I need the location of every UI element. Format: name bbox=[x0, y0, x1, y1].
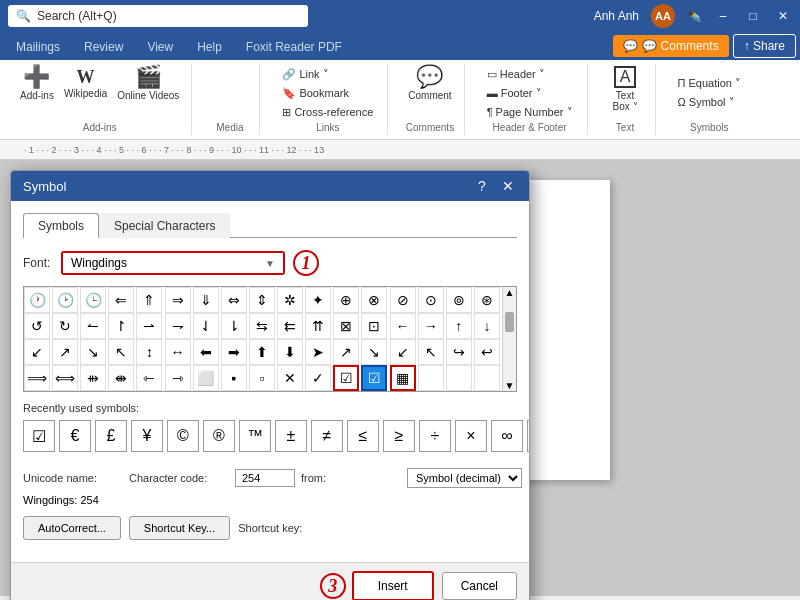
wikipedia-button[interactable]: W Wikipedia bbox=[60, 66, 111, 101]
symbol-cell[interactable]: ↓ bbox=[474, 313, 500, 339]
symbol-cell[interactable]: ⇻ bbox=[80, 365, 106, 391]
symbol-cell[interactable]: ↪ bbox=[446, 339, 472, 365]
symbol-cell[interactable]: ⊘ bbox=[390, 287, 416, 313]
symbol-cell[interactable]: ▫ bbox=[249, 365, 275, 391]
symbol-cell[interactable]: ⬆ bbox=[249, 339, 275, 365]
symbol-cell[interactable]: ⇓ bbox=[193, 287, 219, 313]
symbol-cell[interactable]: ⇂ bbox=[221, 313, 247, 339]
recent-symbol[interactable]: ☑ bbox=[23, 420, 55, 452]
symbol-cell-selected[interactable]: ☑ bbox=[361, 365, 387, 391]
from-select[interactable]: Symbol (decimal) bbox=[407, 468, 522, 488]
symbol-cell[interactable]: ⬅ bbox=[193, 339, 219, 365]
maximize-button[interactable]: □ bbox=[744, 7, 762, 25]
comment-button[interactable]: 💬 Comment bbox=[404, 64, 455, 103]
online-videos-button[interactable]: 🎬 Online Videos bbox=[113, 64, 183, 103]
symbol-cell[interactable]: ↙ bbox=[390, 339, 416, 365]
comments-button[interactable]: 💬 💬 Comments bbox=[613, 35, 728, 57]
symbol-cell[interactable]: ⬜ bbox=[193, 365, 219, 391]
symbol-cell[interactable]: ⊗ bbox=[361, 287, 387, 313]
add-ins-button[interactable]: ➕ Add-ins bbox=[16, 64, 58, 103]
symbol-cell[interactable]: ↔ bbox=[165, 339, 191, 365]
autocorrect-button[interactable]: AutoCorrect... bbox=[23, 516, 121, 540]
symbol-cell[interactable]: ⇔ bbox=[221, 287, 247, 313]
symbol-cell[interactable]: 🕒 bbox=[80, 287, 106, 313]
search-bar[interactable]: 🔍 Search (Alt+Q) bbox=[8, 5, 308, 27]
recent-symbol[interactable]: ® bbox=[203, 420, 235, 452]
symbol-cell[interactable]: ⟹ bbox=[24, 365, 50, 391]
equation-button[interactable]: Π Equation ˅ bbox=[672, 75, 747, 92]
symbol-cell[interactable] bbox=[446, 365, 472, 391]
symbol-cell-checked-box[interactable]: ☑ bbox=[333, 365, 359, 391]
tab-view[interactable]: View bbox=[135, 32, 185, 60]
recent-symbol[interactable]: ↵ bbox=[527, 420, 530, 452]
symbol-cell[interactable]: ↼ bbox=[80, 313, 106, 339]
bookmark-button[interactable]: 🔖 Bookmark bbox=[276, 85, 379, 102]
symbol-cell[interactable]: ↖ bbox=[418, 339, 444, 365]
recent-symbol[interactable]: ¥ bbox=[131, 420, 163, 452]
scroll-thumb[interactable] bbox=[505, 312, 514, 332]
tab-review[interactable]: Review bbox=[72, 32, 135, 60]
cancel-button[interactable]: Cancel bbox=[442, 572, 517, 600]
recent-symbol[interactable]: ≤ bbox=[347, 420, 379, 452]
symbol-cell[interactable]: ↖ bbox=[108, 339, 134, 365]
recent-symbol[interactable]: © bbox=[167, 420, 199, 452]
close-button[interactable]: ✕ bbox=[774, 7, 792, 25]
symbol-cell[interactable]: ⇃ bbox=[193, 313, 219, 339]
symbol-cell[interactable]: ⊕ bbox=[333, 287, 359, 313]
tab-symbols[interactable]: Symbols bbox=[23, 213, 99, 238]
share-button[interactable]: ↑ Share bbox=[733, 34, 796, 58]
symbol-cell[interactable] bbox=[474, 365, 500, 391]
symbol-cell[interactable]: ⊡ bbox=[361, 313, 387, 339]
recent-symbol[interactable]: ÷ bbox=[419, 420, 451, 452]
recent-symbol[interactable]: ∞ bbox=[491, 420, 523, 452]
recent-symbol[interactable]: ≠ bbox=[311, 420, 343, 452]
symbol-cell[interactable]: ↗ bbox=[333, 339, 359, 365]
scroll-up-button[interactable]: ▲ bbox=[503, 287, 516, 298]
recent-symbol[interactable]: ≥ bbox=[383, 420, 415, 452]
symbol-cell[interactable]: ⬇ bbox=[277, 339, 303, 365]
cross-reference-button[interactable]: ⊞ Cross-reference bbox=[276, 104, 379, 121]
symbol-cell[interactable]: ↑ bbox=[446, 313, 472, 339]
symbol-cell[interactable]: ⇕ bbox=[249, 287, 275, 313]
recent-symbol[interactable]: € bbox=[59, 420, 91, 452]
symbol-cell[interactable]: ⇒ bbox=[165, 287, 191, 313]
symbol-cell[interactable]: ➡ bbox=[221, 339, 247, 365]
recent-symbol[interactable]: £ bbox=[95, 420, 127, 452]
symbol-cell[interactable]: ⇽ bbox=[136, 365, 162, 391]
symbol-cell[interactable]: ⇑ bbox=[136, 287, 162, 313]
avatar[interactable]: AA bbox=[651, 4, 675, 28]
symbol-cell[interactable]: ⇆ bbox=[249, 313, 275, 339]
symbol-cell[interactable]: ✲ bbox=[277, 287, 303, 313]
symbol-cell[interactable]: ↗ bbox=[52, 339, 78, 365]
dialog-close-button[interactable]: ✕ bbox=[499, 177, 517, 195]
symbol-cell[interactable]: ↻ bbox=[52, 313, 78, 339]
symbol-cell[interactable]: ⊚ bbox=[446, 287, 472, 313]
page-number-button[interactable]: ¶ Page Number ˅ bbox=[481, 104, 579, 121]
recent-symbol[interactable]: ± bbox=[275, 420, 307, 452]
symbol-button[interactable]: Ω Symbol ˅ bbox=[672, 94, 747, 111]
symbol-cell[interactable]: 🕐 bbox=[24, 287, 50, 313]
footer-button[interactable]: ▬ Footer ˅ bbox=[481, 85, 579, 102]
symbol-cell[interactable]: ← bbox=[390, 313, 416, 339]
symbol-cell[interactable]: ↕ bbox=[136, 339, 162, 365]
symbol-cell[interactable]: 🕑 bbox=[52, 287, 78, 313]
symbol-cell[interactable]: ⇾ bbox=[165, 365, 191, 391]
symbol-cell[interactable]: ↘ bbox=[361, 339, 387, 365]
link-button[interactable]: 🔗 Link ˅ bbox=[276, 66, 379, 83]
minimize-button[interactable]: – bbox=[714, 7, 732, 25]
font-select[interactable]: Wingdings ▼ bbox=[63, 253, 283, 273]
dialog-help-button[interactable]: ? bbox=[473, 177, 491, 195]
tab-special-chars[interactable]: Special Characters bbox=[99, 213, 230, 238]
symbol-cell[interactable]: ✕ bbox=[277, 365, 303, 391]
symbol-cell[interactable]: ⇇ bbox=[277, 313, 303, 339]
tab-mailings[interactable]: Mailings bbox=[4, 32, 72, 60]
symbol-cell[interactable] bbox=[418, 365, 444, 391]
symbol-cell[interactable]: ⇼ bbox=[108, 365, 134, 391]
symbol-cell[interactable]: ✓ bbox=[305, 365, 331, 391]
recent-symbol[interactable]: × bbox=[455, 420, 487, 452]
scroll-down-button[interactable]: ▼ bbox=[503, 380, 516, 391]
symbol-cell[interactable]: ↩ bbox=[474, 339, 500, 365]
symbol-cell[interactable]: ⊠ bbox=[333, 313, 359, 339]
insert-button[interactable]: Insert bbox=[352, 571, 434, 600]
tab-help[interactable]: Help bbox=[185, 32, 234, 60]
